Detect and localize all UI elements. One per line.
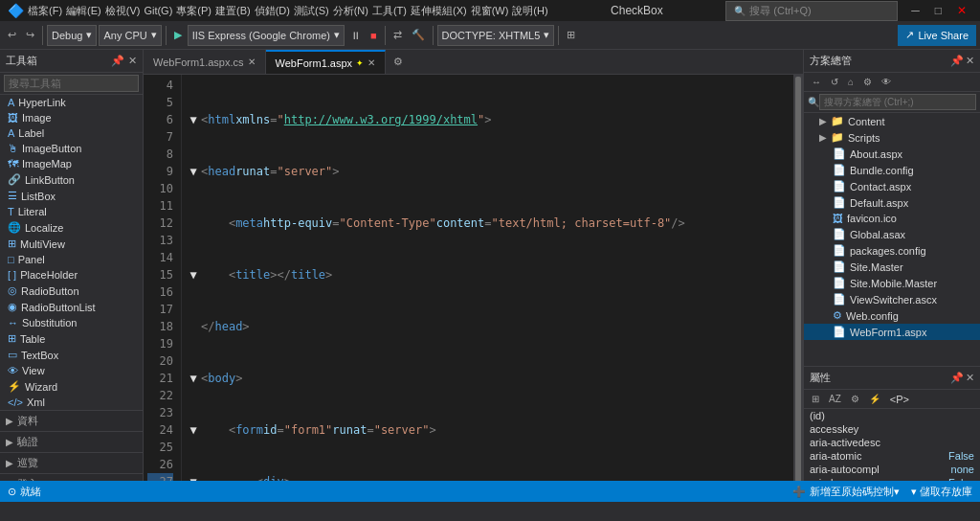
menu-debug[interactable]: 偵錯(D): [255, 4, 290, 18]
prop-id[interactable]: (id): [804, 409, 980, 422]
tab-gear[interactable]: ⚙: [390, 54, 407, 70]
se-search-input[interactable]: [819, 94, 976, 110]
se-item-webform1[interactable]: 📄 WebForm1.aspx: [804, 324, 980, 340]
se-btn-home[interactable]: ⌂: [844, 75, 858, 89]
stop-button[interactable]: ■: [367, 28, 381, 43]
toolbox-section-login[interactable]: 登入: [0, 473, 143, 481]
se-item-sitemobilemaster[interactable]: 📄 Site.Mobile.Master: [804, 275, 980, 291]
se-item-viewswitcher[interactable]: 📄 ViewSwitcher.ascx: [804, 291, 980, 307]
search-bar[interactable]: 🔍 搜尋 (Ctrl+Q): [725, 1, 898, 21]
se-item-favicon[interactable]: 🖼 favicon.ico: [804, 211, 980, 226]
toolbox-label[interactable]: A Label: [0, 125, 143, 141]
maximize-button[interactable]: □: [929, 4, 947, 17]
toolbox-linkbutton[interactable]: 🔗 LinkButton: [0, 171, 143, 188]
se-btn-refresh[interactable]: ↺: [827, 75, 842, 89]
status-ready[interactable]: ⊙ 就緒: [8, 485, 41, 499]
menu-analyze[interactable]: 分析(N): [333, 4, 368, 18]
toolbox-placeholder[interactable]: [ ] PlaceHolder: [0, 267, 143, 283]
toolbox-hyperlink[interactable]: A HyperLink: [0, 95, 143, 110]
toolbox-xml[interactable]: </> Xml: [0, 395, 143, 410]
prop-aria-activedesc[interactable]: aria-activedesc: [804, 436, 980, 449]
se-close-icon[interactable]: ✕: [966, 55, 974, 67]
tab-cs-close[interactable]: ✕: [248, 57, 256, 67]
se-item-sitemaster[interactable]: 📄 Site.Master: [804, 259, 980, 275]
new-source-control-btn[interactable]: ➕ 新增至原始碼控制▾: [792, 485, 900, 499]
prop-close-icon[interactable]: ✕: [966, 372, 974, 384]
toolbar-build[interactable]: 🔨: [408, 27, 429, 43]
prop-props[interactable]: ⚙: [847, 392, 863, 406]
toolbox-radiobutton[interactable]: ◎ RadioButton: [0, 283, 143, 299]
se-item-bundle[interactable]: 📄 Bundle.config: [804, 162, 980, 178]
se-btn-preview[interactable]: 👁: [878, 75, 895, 89]
toolbox-imagebutton[interactable]: 🖱 ImageButton: [0, 141, 143, 156]
toolbox-view[interactable]: 👁 View: [0, 363, 143, 378]
tab-webform-cs[interactable]: WebForm1.aspx.cs ✕: [144, 50, 266, 74]
debug-dropdown[interactable]: Debug ▾: [47, 25, 97, 46]
menu-test[interactable]: 測試(S): [294, 4, 329, 18]
menu-file[interactable]: 檔案(F): [28, 4, 62, 18]
toolbox-multiview[interactable]: ⊞ MultiView: [0, 236, 143, 252]
code-scrollbar[interactable]: [793, 75, 803, 481]
toolbox-image[interactable]: 🖼 Image: [0, 110, 143, 125]
se-item-about[interactable]: 📄 About.aspx: [804, 146, 980, 162]
run-target-dropdown[interactable]: IIS Express (Google Chrome) ▾: [188, 25, 345, 46]
toolbox-radiobuttonlist[interactable]: ◉ RadioButtonList: [0, 299, 143, 315]
prop-alphabetical[interactable]: AZ: [825, 392, 845, 406]
se-item-packages[interactable]: 📄 packages.config: [804, 242, 980, 259]
code-lines[interactable]: ▼<html xmlns="http://www.w3.org/1999/xht…: [182, 75, 793, 481]
doctype-dropdown[interactable]: DOCTYPE: XHTML5 ▾: [437, 25, 555, 46]
live-share-button[interactable]: ↗ Live Share: [898, 25, 976, 46]
prop-aria-busy[interactable]: aria-busyFalse: [804, 476, 980, 481]
cpu-dropdown[interactable]: Any CPU ▾: [99, 25, 161, 46]
prop-pin-icon[interactable]: 📌: [950, 372, 964, 384]
se-item-scripts[interactable]: 📁 Scripts: [804, 129, 980, 146]
tab-webform-aspx[interactable]: WebForm1.aspx ✦ ✕: [266, 50, 387, 74]
se-btn-sync[interactable]: ↔: [808, 75, 825, 89]
se-item-default[interactable]: 📄 Default.aspx: [804, 194, 980, 211]
toolbox-textbox[interactable]: ▭ TextBox: [0, 347, 143, 363]
code-editor[interactable]: 45678 910111213 1415161718 1920212223 24…: [144, 75, 803, 481]
prop-aria-autocompl[interactable]: aria-autocomplnone: [804, 463, 980, 476]
toolbar-undo[interactable]: ↩: [4, 27, 20, 43]
toolbox-panel[interactable]: □ Panel: [0, 252, 143, 267]
toolbar-extra1[interactable]: ⊞: [563, 27, 579, 43]
prop-accesskey[interactable]: accesskey: [804, 422, 980, 436]
se-item-content[interactable]: 📁 Content: [804, 113, 980, 129]
close-button[interactable]: ✕: [951, 4, 972, 17]
tab-aspx-close[interactable]: ✕: [368, 57, 375, 68]
toolbox-localize[interactable]: 🌐 Localize: [0, 219, 143, 236]
toolbar-redo[interactable]: ↪: [22, 27, 38, 43]
save-repo-btn[interactable]: ▾ 儲取存放庫: [911, 485, 972, 499]
prop-categorize[interactable]: ⊞: [808, 392, 823, 406]
prop-aria-atomic[interactable]: aria-atomicFalse: [804, 449, 980, 463]
toolbox-literal[interactable]: T Literal: [0, 204, 143, 219]
menu-view[interactable]: 檢視(V): [105, 4, 141, 18]
toolbar-various[interactable]: ⇄: [390, 27, 406, 43]
menu-help[interactable]: 說明(H): [512, 4, 547, 18]
minimize-button[interactable]: ─: [905, 4, 925, 17]
toolbox-section-data[interactable]: 資料: [0, 410, 143, 431]
se-item-contact[interactable]: 📄 Contact.aspx: [804, 178, 980, 194]
prop-events[interactable]: ⚡: [865, 392, 884, 406]
menu-git[interactable]: Git(G): [144, 5, 172, 16]
toolbox-pin-icon[interactable]: 📌: [111, 55, 124, 67]
toolbox-substitution[interactable]: ↔ Substitution: [0, 315, 143, 330]
toolbox-table[interactable]: ⊞ Table: [0, 330, 143, 347]
toolbox-wizard[interactable]: ⚡ Wizard: [0, 378, 143, 395]
toolbox-section-navigation[interactable]: 巡覽: [0, 452, 143, 473]
menu-window[interactable]: 視窗(W): [471, 4, 509, 18]
toolbox-imagemap[interactable]: 🗺 ImageMap: [0, 156, 143, 171]
menu-project[interactable]: 專案(P): [176, 4, 212, 18]
menu-tools[interactable]: 工具(T): [372, 4, 407, 18]
se-item-global[interactable]: 📄 Global.asax: [804, 226, 980, 242]
menu-build[interactable]: 建置(B): [215, 4, 251, 18]
toolbox-search-input[interactable]: [4, 75, 139, 92]
se-btn-props[interactable]: ⚙: [859, 75, 876, 89]
toolbox-listbox[interactable]: ☰ ListBox: [0, 188, 143, 204]
se-item-webconfig[interactable]: ⚙ Web.config: [804, 307, 980, 324]
toolbox-section-validation[interactable]: 驗證: [0, 431, 143, 452]
menu-edit[interactable]: 編輯(E): [66, 4, 101, 18]
toolbox-close-icon[interactable]: ✕: [128, 55, 137, 67]
pause-button[interactable]: ⏸: [346, 28, 365, 43]
run-button[interactable]: ▶: [170, 27, 186, 43]
